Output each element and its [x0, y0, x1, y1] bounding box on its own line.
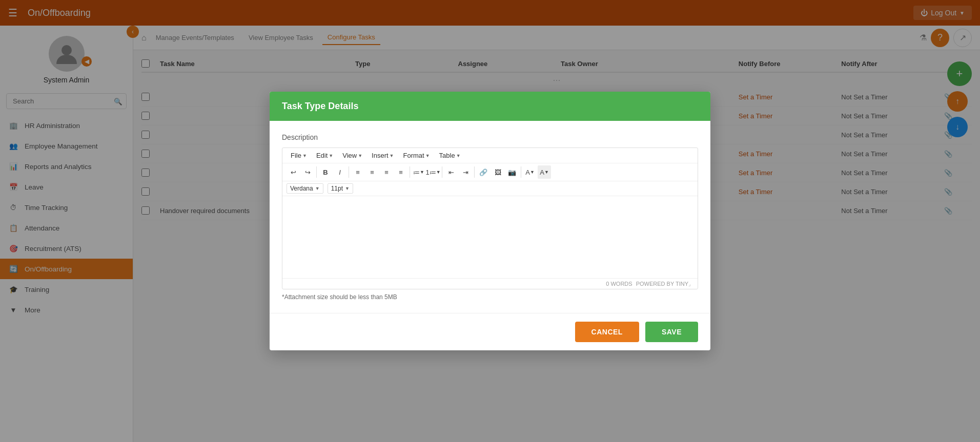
chevron-icon: ▼: [345, 186, 350, 191]
font-size-select[interactable]: 11pt ▼: [328, 183, 353, 194]
align-right-button[interactable]: ≡: [380, 165, 393, 179]
image-button[interactable]: 🖼: [491, 165, 504, 179]
link-button[interactable]: 🔗: [477, 165, 490, 179]
editor-container: File ▼ Edit ▼ View ▼ Insert ▼ Format ▼ T…: [282, 148, 698, 289]
word-count: 0 WORDS POWERED BY TINY: [606, 281, 688, 287]
modal-title: Task Type Details: [282, 101, 358, 111]
menu-insert[interactable]: Insert ▼: [368, 150, 398, 161]
chevron-icon: ▼: [390, 153, 394, 158]
editor-content[interactable]: [282, 196, 698, 278]
media-button[interactable]: 📷: [505, 165, 519, 179]
editor-menubar: File ▼ Edit ▼ View ▼ Insert ▼ Format ▼ T…: [282, 148, 698, 163]
modal-footer: CANCEL SAVE: [270, 313, 710, 350]
toolbar-separator: [410, 166, 410, 178]
font-family-select[interactable]: Verdana ▼: [287, 183, 323, 194]
menu-file[interactable]: File ▼: [287, 150, 311, 161]
align-center-button[interactable]: ≡: [365, 165, 379, 179]
indent-button[interactable]: ⇥: [459, 165, 472, 179]
outdent-button[interactable]: ⇤: [444, 165, 458, 179]
cancel-button[interactable]: CANCEL: [575, 322, 639, 342]
editor-fontbar: Verdana ▼ 11pt ▼: [282, 181, 698, 196]
bold-button[interactable]: B: [319, 165, 332, 179]
toolbar-separator: [316, 166, 317, 178]
chevron-icon: ▼: [329, 153, 333, 158]
modal-overlay: Task Type Details Description File ▼ Edi…: [0, 0, 980, 442]
editor-statusbar: 0 WORDS POWERED BY TINY ⌟: [282, 278, 698, 289]
chevron-icon: ▼: [302, 153, 307, 158]
editor-toolbar: ↩ ↪ B I ≡ ≡ ≡ ≡ ≔ ▼ 1≔ ▼ ⇤ ⇥: [282, 163, 698, 181]
italic-button[interactable]: I: [333, 165, 346, 179]
menu-table[interactable]: Table ▼: [435, 150, 465, 161]
modal-header: Task Type Details: [270, 92, 710, 121]
redo-button[interactable]: ↪: [301, 165, 314, 179]
ordered-list-button[interactable]: 1≔ ▼: [426, 165, 440, 179]
menu-view[interactable]: View ▼: [338, 150, 366, 161]
font-color-button[interactable]: A ▼: [523, 165, 537, 179]
align-left-button[interactable]: ≡: [351, 165, 364, 179]
toolbar-separator: [474, 166, 475, 178]
undo-button[interactable]: ↩: [287, 165, 300, 179]
chevron-icon: ▼: [456, 153, 461, 158]
toolbar-separator: [349, 166, 349, 178]
description-label: Description: [282, 133, 698, 141]
menu-format[interactable]: Format ▼: [399, 150, 434, 161]
toolbar-separator: [442, 166, 442, 178]
chevron-icon: ▼: [315, 186, 320, 191]
attachment-note: *Attachment size should be less than 5MB: [282, 293, 698, 301]
save-button[interactable]: SAVE: [645, 322, 698, 342]
modal-body: Description File ▼ Edit ▼ View ▼ Insert …: [270, 121, 710, 313]
chevron-icon: ▼: [425, 153, 430, 158]
bullet-list-button[interactable]: ≔ ▼: [412, 165, 425, 179]
highlight-button[interactable]: A ▼: [538, 165, 551, 179]
align-justify-button[interactable]: ≡: [394, 165, 407, 179]
resize-handle-icon[interactable]: ⌟: [688, 281, 693, 286]
toolbar-separator: [521, 166, 521, 178]
modal: Task Type Details Description File ▼ Edi…: [270, 92, 710, 350]
chevron-icon: ▼: [358, 153, 362, 158]
menu-edit[interactable]: Edit ▼: [312, 150, 337, 161]
